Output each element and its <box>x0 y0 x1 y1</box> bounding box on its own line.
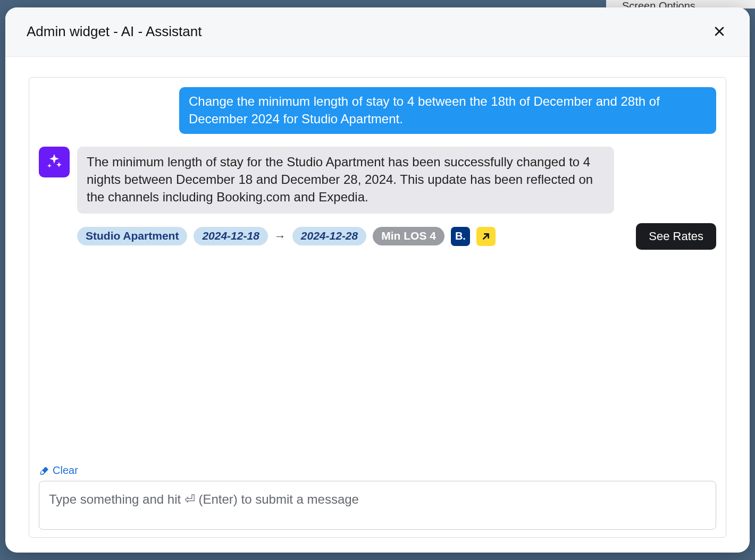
result-tags-row: Studio Apartment 2024-12-18 → 2024-12-28… <box>77 223 716 250</box>
close-button[interactable] <box>710 22 728 40</box>
date-from-tag: 2024-12-18 <box>194 227 267 245</box>
ai-message-bubble: The minimum length of stay for the Studi… <box>77 147 614 213</box>
rule-tag: Min LOS 4 <box>373 227 444 245</box>
booking-com-icon: B. <box>451 227 470 246</box>
expedia-icon <box>476 227 496 246</box>
ai-message-row: The minimum length of stay for the Studi… <box>39 147 716 213</box>
clear-label: Clear <box>53 464 78 477</box>
property-tag: Studio Apartment <box>77 227 187 245</box>
message-input[interactable] <box>49 492 706 507</box>
modal-title: Admin widget - AI - Assistant <box>27 23 202 40</box>
user-message-row: Change the minimum length of stay to 4 b… <box>39 87 716 134</box>
chat-panel: Change the minimum length of stay to 4 b… <box>29 77 726 538</box>
arrow-up-right-icon <box>480 231 492 242</box>
close-icon <box>713 25 726 38</box>
arrow-right-icon: → <box>274 230 286 243</box>
eraser-icon <box>39 465 49 476</box>
clear-button[interactable]: Clear <box>39 464 78 477</box>
message-input-container[interactable] <box>39 481 716 530</box>
ai-assistant-modal: Admin widget - AI - Assistant Change the… <box>5 7 750 553</box>
modal-header: Admin widget - AI - Assistant <box>5 7 750 57</box>
ai-avatar <box>39 147 70 177</box>
date-to-tag: 2024-12-28 <box>292 227 366 245</box>
modal-body: Change the minimum length of stay to 4 b… <box>5 57 750 553</box>
sparkle-icon <box>45 152 64 172</box>
user-message-bubble: Change the minimum length of stay to 4 b… <box>179 87 716 134</box>
see-rates-button[interactable]: See Rates <box>636 223 716 250</box>
message-list: Change the minimum length of stay to 4 b… <box>39 87 716 454</box>
